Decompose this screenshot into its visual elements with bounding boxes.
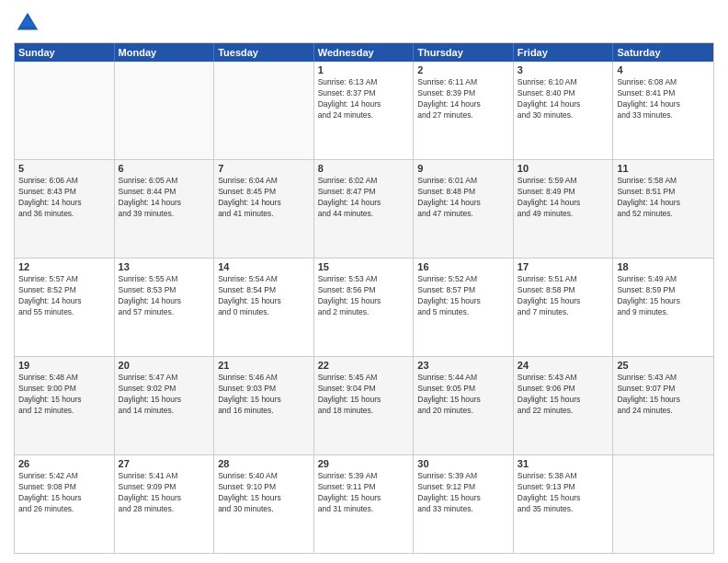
- header-day-tuesday: Tuesday: [214, 43, 314, 62]
- cal-cell-0-1: [115, 62, 215, 159]
- cell-content: Sunrise: 6:13 AMSunset: 8:37 PMDaylight:…: [318, 77, 410, 121]
- cal-cell-0-3: 1Sunrise: 6:13 AMSunset: 8:37 PMDaylight…: [314, 62, 415, 159]
- calendar-header: SundayMondayTuesdayWednesdayThursdayFrid…: [15, 43, 713, 62]
- header-day-monday: Monday: [115, 43, 215, 62]
- cell-content: Sunrise: 6:05 AMSunset: 8:44 PMDaylight:…: [119, 176, 210, 220]
- cal-cell-1-4: 9Sunrise: 6:01 AMSunset: 8:48 PMDaylight…: [414, 160, 514, 258]
- logo-icon: [14, 9, 41, 37]
- day-number: 10: [518, 163, 609, 174]
- day-number: 24: [518, 360, 609, 371]
- day-number: 3: [518, 64, 609, 75]
- cal-cell-1-5: 10Sunrise: 5:59 AMSunset: 8:49 PMDayligh…: [514, 160, 614, 258]
- cal-cell-1-1: 6Sunrise: 6:05 AMSunset: 8:44 PMDaylight…: [115, 160, 215, 258]
- day-number: 31: [518, 458, 609, 469]
- cell-content: Sunrise: 6:02 AMSunset: 8:47 PMDaylight:…: [318, 176, 410, 220]
- cell-content: Sunrise: 5:49 AMSunset: 8:59 PMDaylight:…: [617, 274, 710, 318]
- cell-content: Sunrise: 5:43 AMSunset: 9:06 PMDaylight:…: [518, 373, 609, 417]
- header-day-friday: Friday: [514, 43, 614, 62]
- day-number: 28: [218, 458, 310, 469]
- day-number: 9: [417, 163, 509, 174]
- cell-content: Sunrise: 6:01 AMSunset: 8:48 PMDaylight:…: [417, 176, 509, 220]
- cal-cell-4-2: 28Sunrise: 5:40 AMSunset: 9:10 PMDayligh…: [214, 455, 314, 553]
- cal-row-4: 26Sunrise: 5:42 AMSunset: 9:08 PMDayligh…: [15, 455, 713, 553]
- cal-cell-2-4: 16Sunrise: 5:52 AMSunset: 8:57 PMDayligh…: [414, 259, 514, 356]
- day-number: 27: [119, 458, 210, 469]
- cell-content: Sunrise: 5:57 AMSunset: 8:52 PMDaylight:…: [18, 274, 110, 318]
- cal-cell-0-2: [214, 62, 314, 159]
- cell-content: Sunrise: 5:48 AMSunset: 9:00 PMDaylight:…: [18, 373, 110, 417]
- cell-content: Sunrise: 5:42 AMSunset: 9:08 PMDaylight:…: [18, 471, 110, 515]
- day-number: 21: [218, 360, 310, 371]
- cal-cell-1-6: 11Sunrise: 5:58 AMSunset: 8:51 PMDayligh…: [613, 160, 713, 258]
- cell-content: Sunrise: 6:10 AMSunset: 8:40 PMDaylight:…: [518, 77, 609, 121]
- cell-content: Sunrise: 6:08 AMSunset: 8:41 PMDaylight:…: [617, 77, 710, 121]
- cell-content: Sunrise: 5:55 AMSunset: 8:53 PMDaylight:…: [119, 274, 210, 318]
- day-number: 20: [119, 360, 210, 371]
- cal-cell-2-3: 15Sunrise: 5:53 AMSunset: 8:56 PMDayligh…: [314, 259, 415, 356]
- header-day-saturday: Saturday: [613, 43, 713, 62]
- cal-row-3: 19Sunrise: 5:48 AMSunset: 9:00 PMDayligh…: [15, 357, 713, 455]
- day-number: 19: [18, 360, 110, 371]
- header: [14, 9, 714, 37]
- cal-cell-1-3: 8Sunrise: 6:02 AMSunset: 8:47 PMDaylight…: [314, 160, 415, 258]
- day-number: 5: [18, 163, 110, 174]
- svg-rect-2: [21, 27, 35, 29]
- day-number: 16: [417, 261, 509, 272]
- cell-content: Sunrise: 5:52 AMSunset: 8:57 PMDaylight:…: [417, 274, 509, 318]
- cal-cell-3-0: 19Sunrise: 5:48 AMSunset: 9:00 PMDayligh…: [15, 357, 115, 454]
- day-number: 22: [318, 360, 410, 371]
- cell-content: Sunrise: 5:45 AMSunset: 9:04 PMDaylight:…: [318, 373, 410, 417]
- cell-content: Sunrise: 5:39 AMSunset: 9:11 PMDaylight:…: [318, 471, 410, 515]
- day-number: 25: [617, 360, 710, 371]
- cal-cell-3-2: 21Sunrise: 5:46 AMSunset: 9:03 PMDayligh…: [214, 357, 314, 454]
- day-number: 2: [417, 64, 509, 75]
- cal-cell-3-3: 22Sunrise: 5:45 AMSunset: 9:04 PMDayligh…: [314, 357, 415, 454]
- cal-cell-0-5: 3Sunrise: 6:10 AMSunset: 8:40 PMDaylight…: [514, 62, 614, 159]
- cal-row-2: 12Sunrise: 5:57 AMSunset: 8:52 PMDayligh…: [15, 259, 713, 357]
- cell-content: Sunrise: 5:51 AMSunset: 8:58 PMDaylight:…: [518, 274, 609, 318]
- cal-cell-2-0: 12Sunrise: 5:57 AMSunset: 8:52 PMDayligh…: [15, 259, 115, 356]
- day-number: 14: [218, 261, 310, 272]
- header-day-sunday: Sunday: [15, 43, 115, 62]
- cal-cell-2-1: 13Sunrise: 5:55 AMSunset: 8:53 PMDayligh…: [115, 259, 215, 356]
- cal-row-0: 1Sunrise: 6:13 AMSunset: 8:37 PMDaylight…: [15, 62, 713, 160]
- calendar: SundayMondayTuesdayWednesdayThursdayFrid…: [14, 42, 714, 554]
- cell-content: Sunrise: 6:04 AMSunset: 8:45 PMDaylight:…: [218, 176, 310, 220]
- cell-content: Sunrise: 5:53 AMSunset: 8:56 PMDaylight:…: [318, 274, 410, 318]
- cell-content: Sunrise: 6:06 AMSunset: 8:43 PMDaylight:…: [18, 176, 110, 220]
- cal-cell-2-2: 14Sunrise: 5:54 AMSunset: 8:54 PMDayligh…: [214, 259, 314, 356]
- cal-row-1: 5Sunrise: 6:06 AMSunset: 8:43 PMDaylight…: [15, 160, 713, 259]
- cell-content: Sunrise: 5:39 AMSunset: 9:12 PMDaylight:…: [417, 471, 509, 515]
- day-number: 29: [318, 458, 410, 469]
- day-number: 7: [218, 163, 310, 174]
- cell-content: Sunrise: 5:44 AMSunset: 9:05 PMDaylight:…: [417, 373, 509, 417]
- day-number: 1: [318, 64, 410, 75]
- day-number: 18: [617, 261, 710, 272]
- calendar-body: 1Sunrise: 6:13 AMSunset: 8:37 PMDaylight…: [15, 62, 713, 553]
- day-number: 30: [417, 458, 509, 469]
- cell-content: Sunrise: 5:46 AMSunset: 9:03 PMDaylight:…: [218, 373, 310, 417]
- day-number: 17: [518, 261, 609, 272]
- cell-content: Sunrise: 6:11 AMSunset: 8:39 PMDaylight:…: [417, 77, 509, 121]
- header-day-thursday: Thursday: [414, 43, 514, 62]
- cal-cell-3-1: 20Sunrise: 5:47 AMSunset: 9:02 PMDayligh…: [115, 357, 215, 454]
- cal-cell-0-4: 2Sunrise: 6:11 AMSunset: 8:39 PMDaylight…: [414, 62, 514, 159]
- cal-cell-4-3: 29Sunrise: 5:39 AMSunset: 9:11 PMDayligh…: [314, 455, 415, 553]
- cell-content: Sunrise: 5:40 AMSunset: 9:10 PMDaylight:…: [218, 471, 310, 515]
- cell-content: Sunrise: 5:38 AMSunset: 9:13 PMDaylight:…: [518, 471, 609, 515]
- cal-cell-3-6: 25Sunrise: 5:43 AMSunset: 9:07 PMDayligh…: [613, 357, 713, 454]
- cell-content: Sunrise: 5:47 AMSunset: 9:02 PMDaylight:…: [119, 373, 210, 417]
- cal-cell-0-0: [15, 62, 115, 159]
- cal-cell-3-4: 23Sunrise: 5:44 AMSunset: 9:05 PMDayligh…: [414, 357, 514, 454]
- cell-content: Sunrise: 5:58 AMSunset: 8:51 PMDaylight:…: [617, 176, 710, 220]
- day-number: 11: [617, 163, 710, 174]
- page: SundayMondayTuesdayWednesdayThursdayFrid…: [0, 0, 728, 563]
- day-number: 8: [318, 163, 410, 174]
- header-day-wednesday: Wednesday: [314, 43, 415, 62]
- cell-content: Sunrise: 5:43 AMSunset: 9:07 PMDaylight:…: [617, 373, 710, 417]
- day-number: 12: [18, 261, 110, 272]
- cal-cell-2-5: 17Sunrise: 5:51 AMSunset: 8:58 PMDayligh…: [514, 259, 614, 356]
- cal-cell-1-0: 5Sunrise: 6:06 AMSunset: 8:43 PMDaylight…: [15, 160, 115, 258]
- cal-cell-2-6: 18Sunrise: 5:49 AMSunset: 8:59 PMDayligh…: [613, 259, 713, 356]
- cal-cell-4-1: 27Sunrise: 5:41 AMSunset: 9:09 PMDayligh…: [115, 455, 215, 553]
